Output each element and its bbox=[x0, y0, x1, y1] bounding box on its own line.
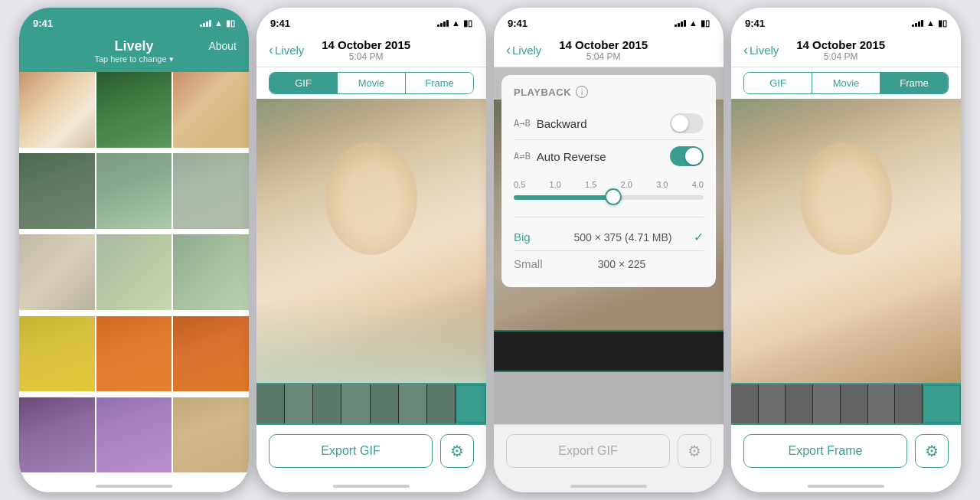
size-small-row[interactable]: Small 300 × 225 bbox=[514, 250, 704, 276]
slider-thumb[interactable] bbox=[605, 188, 622, 205]
list-item[interactable] bbox=[96, 316, 172, 392]
list-item[interactable] bbox=[173, 153, 249, 229]
filmstrip-frame4[interactable] bbox=[895, 384, 922, 423]
speed-slider-section: 0.5 1.0 1.5 2.0 3.0 4.0 bbox=[514, 172, 704, 214]
list-item[interactable] bbox=[96, 397, 172, 473]
list-item[interactable] bbox=[19, 316, 95, 392]
list-item[interactable] bbox=[19, 234, 95, 310]
slider-fill bbox=[514, 195, 609, 200]
back-chevron4: ‹ bbox=[743, 42, 748, 58]
screen2-date: 14 October 2015 bbox=[322, 38, 410, 51]
screen3-header-title: 14 October 2015 5:04 PM bbox=[559, 38, 648, 62]
filmstrip-frame[interactable] bbox=[399, 384, 426, 423]
auto-reverse-toggle[interactable] bbox=[670, 146, 704, 166]
slider-label-4: 3.0 bbox=[656, 180, 668, 189]
backward-toggle[interactable] bbox=[670, 113, 704, 133]
screen4-time: 9:41 bbox=[745, 18, 765, 29]
size-big-details: 500 × 375 (4.71 MB) bbox=[573, 231, 671, 243]
auto-reverse-left: A⇌B Auto Reverse bbox=[514, 150, 606, 163]
battery-icon3: ▮▯ bbox=[701, 18, 710, 28]
about-button[interactable]: About bbox=[208, 40, 237, 52]
screen2-segment-control: GIF Movie Frame bbox=[269, 72, 474, 94]
tab-movie2[interactable]: Movie bbox=[337, 73, 406, 93]
backward-row: A→B Backward bbox=[514, 107, 704, 140]
baby-photo4 bbox=[731, 99, 961, 383]
baby-photo bbox=[256, 99, 486, 383]
list-item[interactable] bbox=[19, 397, 95, 473]
filmstrip-frames bbox=[256, 384, 486, 423]
tab-frame4[interactable]: Frame bbox=[880, 73, 948, 93]
export-gif-button3: Export GIF bbox=[506, 434, 670, 468]
screen1-status-icons: ▲ ▮▯ bbox=[200, 18, 235, 28]
screen2-filmstrip[interactable] bbox=[256, 383, 486, 425]
filmstrip-frame[interactable] bbox=[313, 384, 341, 423]
wifi-icon: ▲ bbox=[214, 18, 223, 28]
settings-button2[interactable]: ⚙ bbox=[440, 434, 474, 468]
screen4-main-image bbox=[731, 99, 961, 383]
filmstrip-frame[interactable] bbox=[256, 384, 284, 423]
filmstrip-frame4[interactable] bbox=[759, 384, 786, 423]
battery-icon2: ▮▯ bbox=[463, 18, 472, 28]
size-small-details: 300 × 225 bbox=[598, 258, 646, 270]
list-item[interactable] bbox=[19, 72, 95, 148]
screen1-status-bar: 9:41 ▲ ▮▯ bbox=[19, 8, 249, 35]
back-button4[interactable]: ‹ Lively bbox=[743, 42, 779, 58]
filmstrip-frame4[interactable] bbox=[731, 384, 758, 423]
screen1: 9:41 ▲ ▮▯ Lively Tap here to change ▾ Ab… bbox=[19, 8, 249, 492]
filmstrip-frame[interactable] bbox=[285, 384, 312, 423]
app-title: Lively bbox=[31, 38, 237, 54]
battery-icon4: ▮▯ bbox=[938, 18, 947, 28]
screen4-segment-control: GIF Movie Frame bbox=[743, 72, 949, 94]
back-label3: Lively bbox=[512, 44, 541, 57]
back-button3[interactable]: ‹ Lively bbox=[506, 42, 541, 58]
tab-frame2[interactable]: Frame bbox=[406, 73, 473, 93]
filmstrip-frame-selected4[interactable] bbox=[923, 384, 961, 423]
screen2-bottom-actions: Export GIF ⚙ bbox=[256, 425, 486, 477]
tap-to-change[interactable]: Tap here to change ▾ bbox=[31, 54, 237, 64]
auto-reverse-thumb bbox=[685, 148, 702, 165]
filmstrip-frame4[interactable] bbox=[868, 384, 895, 423]
back-label4: Lively bbox=[750, 44, 779, 57]
speed-slider[interactable] bbox=[514, 195, 704, 200]
size-big-row[interactable]: Big 500 × 375 (4.71 MB) ✓ bbox=[514, 224, 704, 250]
wifi-icon4: ▲ bbox=[926, 18, 935, 28]
info-icon[interactable]: i bbox=[576, 86, 588, 98]
backward-thumb bbox=[671, 115, 688, 132]
photo-grid bbox=[19, 72, 249, 477]
battery-icon: ▮▯ bbox=[226, 18, 235, 28]
tab-gif4[interactable]: GIF bbox=[744, 73, 812, 93]
tab-gif2[interactable]: GIF bbox=[270, 73, 337, 93]
screen4-filmstrip[interactable] bbox=[731, 383, 961, 425]
filmstrip-frame[interactable] bbox=[427, 384, 455, 423]
panel-divider bbox=[514, 217, 704, 217]
export-frame-button4[interactable]: Export Frame bbox=[743, 434, 907, 468]
list-item[interactable] bbox=[173, 397, 249, 473]
screen2-status-bar: 9:41 ▲ ▮▯ bbox=[256, 8, 486, 35]
list-item[interactable] bbox=[96, 72, 172, 148]
filmstrip-frame[interactable] bbox=[371, 384, 398, 423]
list-item[interactable] bbox=[96, 234, 172, 310]
list-item[interactable] bbox=[173, 72, 249, 148]
list-item[interactable] bbox=[173, 234, 249, 310]
filmstrip-frame[interactable] bbox=[341, 384, 369, 423]
list-item[interactable] bbox=[173, 316, 249, 392]
back-button2[interactable]: ‹ Lively bbox=[269, 42, 304, 58]
list-item[interactable] bbox=[19, 153, 95, 229]
back-chevron2: ‹ bbox=[269, 42, 273, 58]
list-item[interactable] bbox=[96, 153, 172, 229]
screen1-header: Lively Tap here to change ▾ About bbox=[19, 35, 249, 72]
filmstrip-frame4[interactable] bbox=[813, 384, 840, 423]
filmstrip-frame4[interactable] bbox=[786, 384, 812, 423]
screen2-header: ‹ Lively 14 October 2015 5:04 PM bbox=[256, 35, 486, 67]
tab-movie4[interactable]: Movie bbox=[812, 73, 880, 93]
settings-button4[interactable]: ⚙ bbox=[915, 434, 949, 468]
filmstrip-frame4[interactable] bbox=[841, 384, 867, 423]
signal-bars-icon bbox=[200, 19, 211, 27]
filmstrip-frame[interactable] bbox=[456, 384, 486, 423]
slider-label-1: 1.0 bbox=[550, 180, 561, 189]
settings-button3[interactable]: ⚙ bbox=[678, 434, 711, 468]
slider-label-5: 4.0 bbox=[692, 180, 704, 189]
export-gif-button2[interactable]: Export GIF bbox=[269, 434, 433, 468]
screen4: 9:41 ▲ ▮▯ ‹ Lively 14 October 2015 bbox=[731, 8, 961, 492]
home-indicator2 bbox=[256, 477, 486, 492]
